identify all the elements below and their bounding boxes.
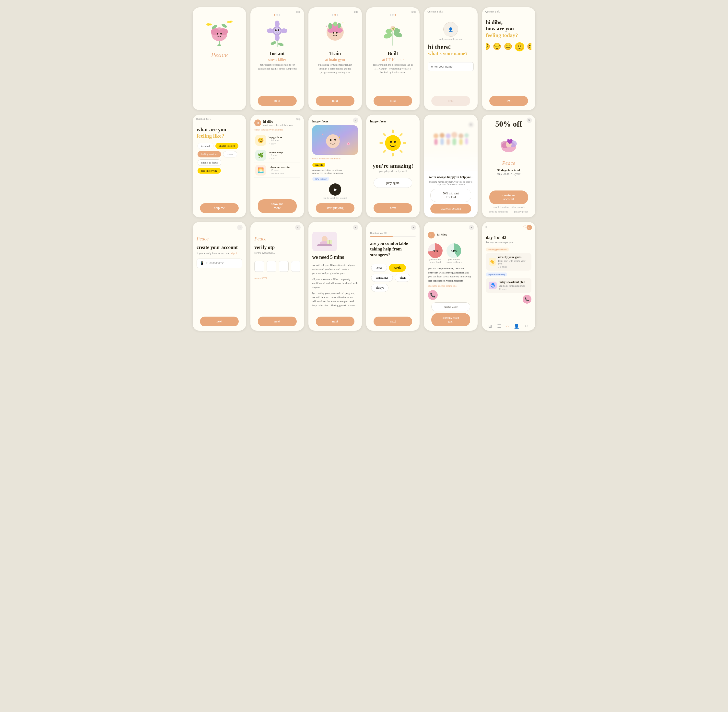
- emoji-neutral[interactable]: 😑: [504, 42, 512, 51]
- start-brain-gym-button[interactable]: start my brain gym: [431, 313, 470, 326]
- game-banner: ♪ ✦ 🌸: [312, 125, 358, 155]
- otp-digit-1[interactable]: [254, 261, 264, 272]
- option-never[interactable]: never: [371, 264, 387, 272]
- screen-subtitle: stress killer: [268, 57, 286, 62]
- question-label: Question 3 of 3: [196, 117, 211, 120]
- how-to-play-badge[interactable]: how to play: [312, 177, 329, 181]
- screen-title: Train: [329, 50, 341, 56]
- otp-digit-4[interactable]: [291, 261, 300, 272]
- svg-rect-56: [383, 133, 387, 136]
- tag-scared[interactable]: scared: [223, 151, 237, 157]
- play-again-button[interactable]: play again: [374, 178, 412, 188]
- exercise-happy-faces[interactable]: 😊 happy faces ○ 3-5 mins ○ 150+: [254, 133, 300, 148]
- emoji-very-sad[interactable]: 😟: [486, 42, 491, 51]
- close-button[interactable]: ✕: [469, 225, 474, 230]
- emoji-happy[interactable]: 🙂: [515, 42, 524, 51]
- nav-smile[interactable]: ☺: [524, 323, 529, 329]
- tag-unable-to-sleep[interactable]: unable to sleep: [215, 143, 239, 149]
- privacy-link[interactable]: privacy policy: [514, 210, 528, 213]
- science-link[interactable]: check the science behind this: [428, 285, 457, 287]
- help-me-button[interactable]: help me: [200, 203, 239, 213]
- svg-text:✦: ✦: [325, 25, 327, 28]
- emoji-sad[interactable]: 😔: [493, 42, 501, 51]
- question-text: are you comfortable taking help from str…: [370, 241, 416, 258]
- option-often[interactable]: often: [395, 274, 410, 282]
- next-button[interactable]: next: [374, 317, 412, 326]
- tag-irritated[interactable]: irritated: [197, 143, 214, 149]
- brain-gym-illustration: ✦ ✦: [312, 19, 358, 48]
- screen-five-mins: ✕ we need 5 mins we will ask you 10 ques…: [308, 222, 362, 331]
- resend-otp[interactable]: resend OTP: [254, 277, 267, 280]
- close-button[interactable]: ✕: [295, 225, 301, 230]
- terms-link[interactable]: terms & conditions: [489, 210, 508, 213]
- next-button[interactable]: next: [374, 96, 412, 106]
- next-button[interactable]: next: [258, 317, 297, 326]
- next-button[interactable]: next: [374, 203, 412, 213]
- svg-point-59: [394, 141, 396, 143]
- close-button[interactable]: ✕: [353, 117, 358, 123]
- emoji-very-happy[interactable]: 😊: [527, 42, 531, 51]
- card2-meta: 30 mins: [499, 288, 525, 291]
- day-subtitle: 1st step to a stronger you: [486, 241, 513, 243]
- dot-indicator: [332, 14, 338, 16]
- play-button[interactable]: ▶: [329, 183, 341, 196]
- sign-in-link[interactable]: sign in: [231, 252, 238, 255]
- close-icon[interactable]: ✕: [468, 122, 474, 127]
- otp-digit-3[interactable]: [279, 261, 289, 272]
- next-button[interactable]: next: [316, 96, 354, 106]
- profile-icon[interactable]: D: [526, 225, 532, 230]
- phone-cta-icon[interactable]: 📞: [428, 290, 438, 300]
- svg-rect-52: [399, 149, 403, 153]
- skip-button[interactable]: skip: [296, 10, 301, 13]
- create-account-button[interactable]: create an account: [489, 190, 528, 204]
- svg-rect-69: [459, 139, 463, 145]
- next-button[interactable]: next: [200, 317, 239, 326]
- card-identify-goals[interactable]: ☀️ identify your goals let us start with…: [486, 253, 531, 270]
- skip-button[interactable]: skip: [412, 10, 417, 13]
- heart-icon[interactable]: ♡: [523, 225, 526, 229]
- next-button[interactable]: next: [258, 96, 297, 106]
- screen-built: skip 🌱 Built: [366, 7, 420, 110]
- start-playing-button[interactable]: start playing: [316, 203, 354, 213]
- nav-list[interactable]: ☰: [497, 323, 501, 329]
- terms-row: terms & conditions | privacy policy: [489, 210, 528, 213]
- next-button[interactable]: next: [431, 96, 470, 106]
- screen-peace-splash: Peace: [193, 7, 246, 110]
- otp-digit-2[interactable]: [267, 261, 276, 272]
- account-button[interactable]: create an account: [430, 204, 471, 214]
- close-button[interactable]: ✕: [353, 225, 358, 230]
- profile-avatar[interactable]: 👤: [443, 22, 458, 37]
- name-input[interactable]: [428, 62, 473, 71]
- exercise-nature-songs[interactable]: 🌿 nature songs ○ 7 mins ○ 50+: [254, 148, 300, 163]
- show-more-button[interactable]: show me more: [258, 199, 297, 213]
- phone-cta[interactable]: 📞: [523, 295, 531, 304]
- exercise-relaxation[interactable]: 🌅 relaxation exercise ○ 15 mins ○ 1k+ he…: [254, 163, 300, 178]
- nav-user[interactable]: 👤: [514, 323, 519, 329]
- check-anxiety[interactable]: check the anxiety behind this: [254, 128, 283, 131]
- next-button[interactable]: next: [316, 317, 354, 326]
- tag-feel-like-crying[interactable]: feel like crying: [197, 168, 221, 174]
- nav-grid[interactable]: ⊞: [488, 323, 492, 329]
- svg-text:🌱: 🌱: [391, 27, 395, 30]
- science-link[interactable]: check the science behind this: [312, 157, 341, 160]
- skip-button[interactable]: skip: [296, 117, 301, 120]
- option-sometimes[interactable]: sometimes: [371, 274, 393, 282]
- menu-icon[interactable]: ≡: [485, 225, 488, 229]
- card-workout[interactable]: 🌀 today's workout plan a fit body contai…: [486, 278, 531, 293]
- nav-home[interactable]: ⌂: [506, 323, 509, 329]
- close-button[interactable]: ✕: [526, 117, 532, 123]
- tag-feeling-anxious[interactable]: feeling anxious: [197, 151, 221, 157]
- screen-description: neuroscience based solutions for quick r…: [254, 63, 300, 71]
- option-always[interactable]: always: [371, 284, 388, 292]
- next-button[interactable]: next: [489, 96, 528, 106]
- sign-in-prefix: if you already have an account,: [197, 252, 230, 255]
- game-name: happy faces: [370, 120, 386, 123]
- flower-illustration: [254, 19, 300, 48]
- tag-unable-to-focus[interactable]: unable to focus: [197, 159, 221, 166]
- option-rarely[interactable]: rarely: [389, 264, 406, 272]
- maybe-later-button[interactable]: maybe layter: [431, 303, 470, 311]
- screen-feeling-today: Question 2 of 3 hi dibs, how are you fee…: [482, 7, 535, 110]
- skip-button[interactable]: skip: [353, 10, 358, 13]
- trial-button[interactable]: 50% off. start free trial: [430, 189, 471, 202]
- svg-text:✦: ✦: [322, 132, 324, 136]
